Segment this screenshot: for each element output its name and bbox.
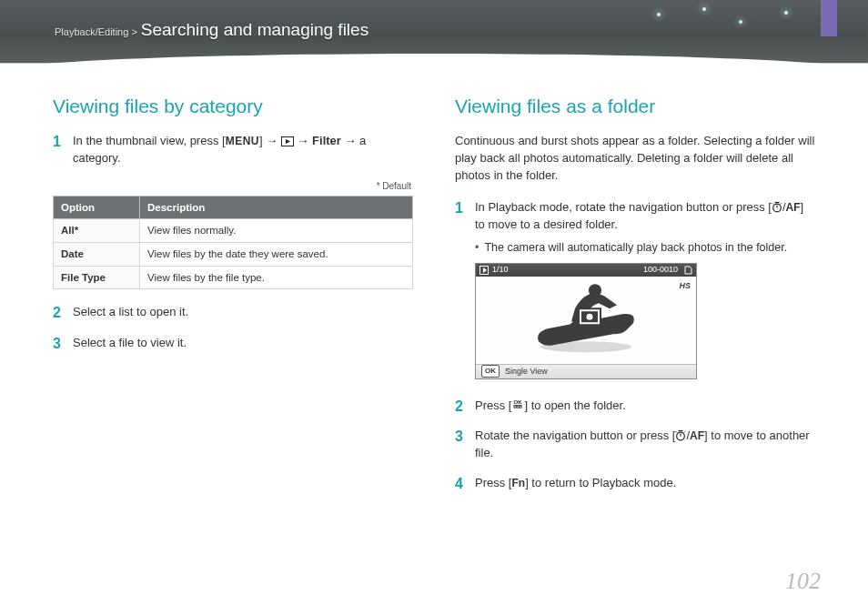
section-heading-category: Viewing files by category xyxy=(53,93,413,120)
af-icon: AF xyxy=(786,201,801,214)
text: ] to return to Playback mode. xyxy=(525,476,676,489)
timer-icon xyxy=(772,201,782,213)
svg-rect-12 xyxy=(517,406,519,408)
bullet-text: The camera will automatically play back … xyxy=(484,239,787,256)
breadcrumb: Playback/Editing > xyxy=(55,26,137,37)
option-name: Date xyxy=(54,242,140,266)
step-number: 1 xyxy=(455,199,466,385)
step-4-right: 4 Press [Fn] to return to Playback mode. xyxy=(455,475,815,492)
ok-grid-icon: OK xyxy=(511,398,524,411)
step-text: Select a list to open it. xyxy=(73,304,413,321)
step-number: 2 xyxy=(53,304,64,321)
step-text: In the thumbnail view, press [MENU] → → … xyxy=(73,133,413,167)
lcd-counter-right: 100-0010 xyxy=(643,264,678,276)
step-text: Rotate the navigation button or press [/… xyxy=(475,428,815,462)
step-number: 2 xyxy=(455,398,466,415)
step-3-left: 3 Select a file to view it. xyxy=(53,335,413,352)
timer-icon xyxy=(675,429,686,441)
option-desc: View files by the date they were saved. xyxy=(140,242,413,266)
options-table: Option Description All* View files norma… xyxy=(53,196,413,290)
bullet-dot: • xyxy=(475,239,479,256)
page-number: 102 xyxy=(785,568,821,595)
text: ] → xyxy=(259,134,281,147)
step-sub-bullet: • The camera will automatically play bac… xyxy=(475,239,815,256)
lcd-preview: 1/10 100-0010 HS xyxy=(475,263,697,379)
step-text: In Playback mode, rotate the navigation … xyxy=(475,199,815,234)
lcd-bottombar: OK Single View xyxy=(476,364,696,378)
text: In the thumbnail view, press [ xyxy=(73,134,226,147)
play-triangle-icon xyxy=(281,136,294,146)
svg-rect-13 xyxy=(520,406,521,408)
manual-page: { "header": { "breadcrumb": "Playback/Ed… xyxy=(0,0,868,615)
text: In Playback mode, rotate the navigation … xyxy=(475,200,772,214)
page-header: Playback/Editing > Searching and managin… xyxy=(0,0,868,64)
ok-badge: OK xyxy=(481,365,500,378)
svg-rect-11 xyxy=(514,406,516,408)
step-text: Press [Fn] to return to Playback mode. xyxy=(475,475,815,492)
text: Press [ xyxy=(475,398,511,412)
card-icon xyxy=(683,266,692,275)
step-text: Select a file to view it. xyxy=(73,335,413,352)
table-header-description: Description xyxy=(140,196,413,219)
menu-icon: MENU xyxy=(226,135,259,147)
left-column: Viewing files by category 1 In the thumb… xyxy=(53,93,413,505)
svg-marker-1 xyxy=(286,139,290,144)
table-row: All* View files normally. xyxy=(54,219,413,243)
table-row: File Type View files by the file type. xyxy=(54,266,413,289)
step-3-right: 3 Rotate the navigation button or press … xyxy=(455,428,815,462)
right-column: Viewing files as a folder Continuous and… xyxy=(455,93,815,505)
table-header-option: Option xyxy=(54,196,140,219)
step-number: 3 xyxy=(455,428,466,462)
step-number: 4 xyxy=(455,475,466,492)
step-2-right: 2 Press [OK] to open the folder. xyxy=(455,398,815,415)
lcd-topbar: 1/10 100-0010 xyxy=(476,264,696,277)
af-icon: AF xyxy=(690,429,704,442)
text: ] to open the folder. xyxy=(524,398,625,412)
option-name: All* xyxy=(54,219,140,243)
lcd-single-view: Single View xyxy=(505,366,548,378)
lcd-counter-left: 1/10 xyxy=(492,264,509,276)
play-indicator-icon xyxy=(479,266,489,275)
svg-text:OK: OK xyxy=(514,399,523,405)
step-text: Press [OK] to open the folder. xyxy=(475,398,815,415)
page-title: Searching and managing files xyxy=(141,20,368,40)
step-1-left: 1 In the thumbnail view, press [MENU] → … xyxy=(53,133,413,167)
header-decoration xyxy=(639,4,821,49)
step-1-right: 1 In Playback mode, rotate the navigatio… xyxy=(455,199,815,385)
step-2-left: 2 Select a list to open it. xyxy=(53,304,413,321)
section-heading-folder: Viewing files as a folder xyxy=(455,93,815,120)
text: Rotate the navigation button or press [ xyxy=(475,428,675,442)
option-desc: View files normally. xyxy=(140,219,413,243)
filter-label: Filter xyxy=(312,134,341,147)
text: Press [ xyxy=(475,476,511,489)
step-number: 3 xyxy=(53,335,64,352)
page-body: Viewing files by category 1 In the thumb… xyxy=(0,64,868,505)
snowboarder-icon xyxy=(531,277,641,361)
fn-icon: Fn xyxy=(511,477,525,489)
section-intro: Continuous and burst shots appear as a f… xyxy=(455,133,815,185)
option-desc: View files by the file type. xyxy=(140,266,413,289)
side-tab xyxy=(821,0,837,36)
text: → xyxy=(294,134,312,147)
table-row: Date View files by the date they were sa… xyxy=(54,242,413,266)
option-name: File Type xyxy=(54,266,140,289)
default-note: * Default xyxy=(53,180,411,194)
lcd-hs-badge: HS xyxy=(679,280,691,292)
step-number: 1 xyxy=(53,133,64,167)
svg-point-9 xyxy=(586,313,594,321)
